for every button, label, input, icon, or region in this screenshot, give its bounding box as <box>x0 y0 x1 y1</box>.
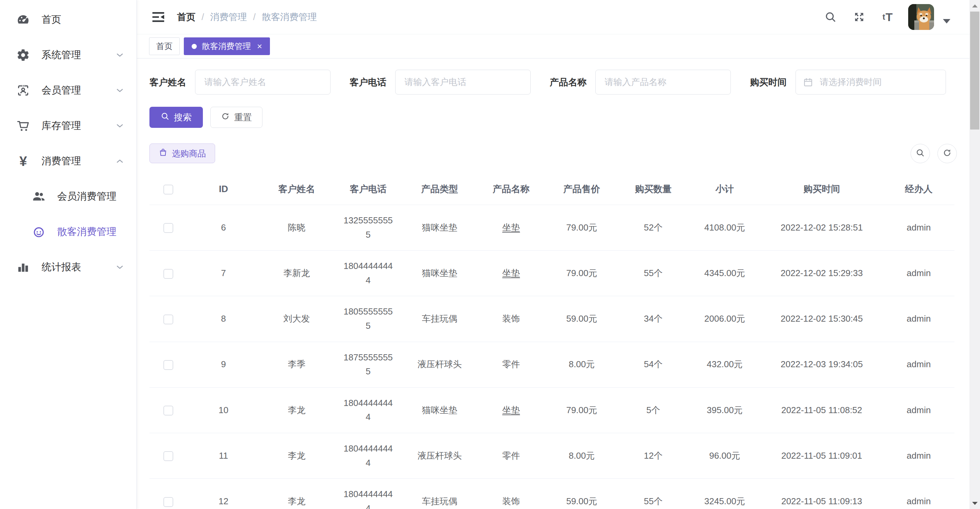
cell-price: 79.00元 <box>546 251 617 296</box>
search-button[interactable]: 搜索 <box>150 107 203 128</box>
scroll-down-arrow[interactable] <box>969 498 980 509</box>
cell-product: 装饰 <box>476 296 546 342</box>
filter-input-0[interactable] <box>195 70 331 95</box>
main-area: 首页/消费管理/散客消费管理 tT 首页散客消费管理× 客户姓名客户电话产品名称… <box>137 0 969 509</box>
os-scrollbar[interactable] <box>969 0 980 509</box>
fullscreen-icon[interactable] <box>852 10 866 24</box>
smile-icon <box>31 224 46 239</box>
cell-product: 零件 <box>476 433 546 478</box>
breadcrumb-item-1: 消费管理 <box>210 11 247 23</box>
row-checkbox[interactable] <box>163 314 173 324</box>
filter-input-2[interactable] <box>595 70 731 95</box>
cell-id: 11 <box>187 433 260 478</box>
cell-subtotal: 2006.00元 <box>689 296 760 342</box>
scrollbar-thumb[interactable] <box>970 11 979 130</box>
sidebar-item-4[interactable]: ¥消费管理 <box>0 143 137 179</box>
cell-time: 2022-12-02 15:30:45 <box>760 296 883 342</box>
cell-type: 车挂玩偶 <box>403 479 476 509</box>
row-checkbox[interactable] <box>163 497 173 507</box>
sidebar-collapse-icon[interactable] <box>150 9 166 25</box>
cell-price: 79.00元 <box>546 205 617 251</box>
cell-qty: 55个 <box>617 251 689 296</box>
tab-0[interactable]: 首页 <box>149 37 180 55</box>
sidebar-item-2[interactable]: 会员管理 <box>0 73 137 108</box>
cell-qty: 54个 <box>617 342 689 387</box>
phone-value: 18044444444 <box>344 396 393 424</box>
reset-button-label: 重置 <box>234 111 252 124</box>
close-tab-icon[interactable]: × <box>257 42 262 51</box>
row-checkbox[interactable] <box>163 406 173 415</box>
cell-qty: 52个 <box>617 205 689 251</box>
table-row-9: 9李季18755555555液压杆球头零件8.00元54个432.00元2022… <box>150 342 955 387</box>
sidebar-item-3[interactable]: 库存管理 <box>0 108 137 143</box>
breadcrumb-item-2: 散客消费管理 <box>262 11 317 23</box>
filter-input-1[interactable] <box>395 70 531 95</box>
cell-id: 10 <box>187 387 260 433</box>
filter-label: 客户电话 <box>350 76 387 89</box>
cell-check <box>150 479 187 509</box>
cell-type: 车挂玩偶 <box>403 296 476 342</box>
search-icon[interactable] <box>824 10 837 24</box>
cell-check <box>150 251 187 296</box>
cell-subtotal: 3245.00元 <box>689 479 760 509</box>
refresh-table-button[interactable] <box>937 144 957 163</box>
cell-check <box>150 296 187 342</box>
cell-name: 李季 <box>260 342 333 387</box>
select-all-checkbox[interactable] <box>163 185 173 195</box>
tab-1[interactable]: 散客消费管理× <box>184 37 270 55</box>
cell-subtotal: 4108.00元 <box>689 205 760 251</box>
cell-price: 59.00元 <box>546 479 617 509</box>
sidebar-item-5[interactable]: 统计报表 <box>0 250 137 285</box>
cell-name: 陈晓 <box>260 205 333 251</box>
toggle-search-button[interactable] <box>910 144 930 163</box>
breadcrumb-item-0[interactable]: 首页 <box>177 11 196 23</box>
tab-label: 散客消费管理 <box>202 41 251 52</box>
cell-operator: admin <box>883 433 955 478</box>
row-checkbox[interactable] <box>163 269 173 279</box>
search-button-label: 搜索 <box>174 111 192 124</box>
row-checkbox[interactable] <box>163 360 173 370</box>
font-size-icon[interactable]: tT <box>881 10 894 24</box>
form-buttons: 搜索 重置 <box>150 107 957 128</box>
cell-qty: 34个 <box>617 296 689 342</box>
filter-label: 购买时间 <box>750 76 787 89</box>
chevron-down-icon <box>115 51 124 60</box>
column-header-4: 产品名称 <box>476 173 546 205</box>
cell-price: 8.00元 <box>546 433 617 478</box>
table-toolbar: 选购商品 <box>150 143 957 163</box>
reset-button[interactable]: 重置 <box>210 107 262 128</box>
cell-product: 装饰 <box>476 479 546 509</box>
filter-input-3[interactable] <box>795 70 946 95</box>
buy-products-button[interactable]: 选购商品 <box>150 143 215 163</box>
cell-name: 刘大发 <box>260 296 333 342</box>
sidebar-item-label: 首页 <box>41 13 61 27</box>
cell-time: 2022-11-05 11:09:13 <box>760 479 883 509</box>
sidebar-item-label: 库存管理 <box>41 119 81 133</box>
avatar[interactable] <box>908 4 934 30</box>
caret-down-icon[interactable] <box>943 19 950 24</box>
sidebar-item-0[interactable]: 首页 <box>0 2 137 37</box>
column-header-1: 客户姓名 <box>260 173 333 205</box>
buy-products-label: 选购商品 <box>172 148 206 159</box>
chevron-down-icon <box>115 86 124 95</box>
row-checkbox[interactable] <box>163 451 173 461</box>
sidebar-subitem-4-1[interactable]: 散客消费管理 <box>0 214 137 250</box>
sidebar-item-1[interactable]: 系统管理 <box>0 37 137 73</box>
row-checkbox[interactable] <box>163 223 173 233</box>
filter-input-wrap <box>195 70 331 95</box>
search-icon <box>916 148 925 159</box>
table-row-7: 7李新龙18044444444猫咪坐垫坐垫79.00元55个4345.00元20… <box>150 251 955 296</box>
sidebar-subitem-4-0[interactable]: 会员消费管理 <box>0 179 137 214</box>
calendar-icon <box>803 77 813 87</box>
app-window: 首页系统管理会员管理库存管理¥消费管理会员消费管理散客消费管理统计报表 首页/消… <box>0 0 969 509</box>
column-header-3: 产品类型 <box>403 173 476 205</box>
cell-qty: 12个 <box>617 433 689 478</box>
scroll-up-arrow[interactable] <box>969 0 980 11</box>
page-content: 客户姓名客户电话产品名称购买时间 搜索 重置 选购商品 <box>137 59 969 509</box>
cell-qty: 5个 <box>617 387 689 433</box>
consumption-table: ID客户姓名客户电话产品类型产品名称产品售价购买数量小计购买时间经办人 6陈晓1… <box>150 173 955 509</box>
sidebar-item-label: 消费管理 <box>41 154 81 168</box>
cell-type: 猫咪坐垫 <box>403 251 476 296</box>
phone-value: 18044444444 <box>344 487 393 509</box>
cell-operator: admin <box>883 296 955 342</box>
